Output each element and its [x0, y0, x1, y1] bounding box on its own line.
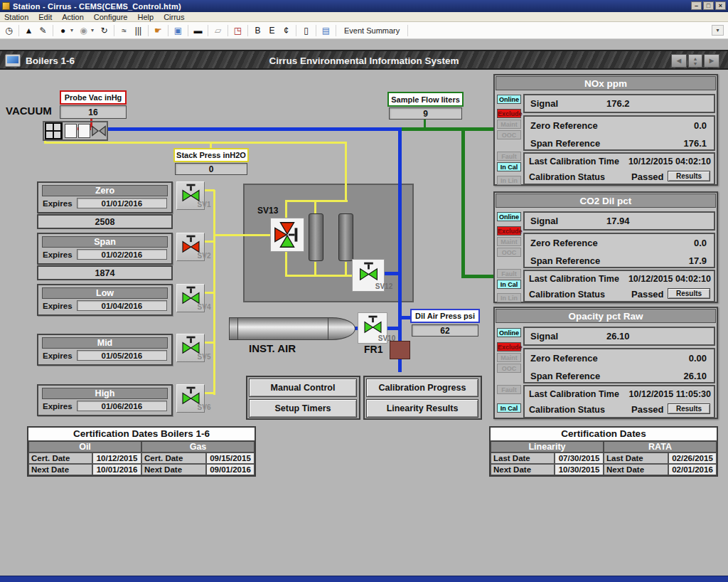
- inst-air-tank: [328, 317, 355, 340]
- nav-updown-button[interactable]: ▲▼: [688, 54, 702, 68]
- alarm-bell-icon[interactable]: ▲: [24, 25, 33, 36]
- status-ooc[interactable]: OOC: [497, 364, 521, 373]
- status-fault[interactable]: Fault: [497, 385, 521, 394]
- valve-sv1[interactable]: SV1: [176, 181, 205, 210]
- status-exclude[interactable]: Exclude: [497, 342, 521, 351]
- menu-item-action[interactable]: Action: [62, 13, 84, 21]
- expires-label: Expires: [43, 250, 73, 259]
- pipe-sv5-stub: [205, 342, 215, 344]
- status-exclude[interactable]: Exclude: [497, 109, 521, 118]
- cal-status-value: Passed: [631, 287, 664, 302]
- brackets-icon[interactable]: ▯: [301, 25, 311, 36]
- probe-vac-label: Probe Vac inHg: [60, 90, 127, 105]
- menu-item-configure[interactable]: Configure: [94, 13, 128, 21]
- zero-ref-label: Zero Reference: [530, 349, 598, 367]
- cert-col-header-gas: Gas: [141, 441, 255, 453]
- results-button[interactable]: Results: [668, 288, 710, 299]
- event-summary-button[interactable]: Event Summary: [341, 26, 402, 35]
- nav-left-button[interactable]: ◄: [671, 54, 687, 68]
- acknowledge-pen-icon[interactable]: ✎: [38, 25, 48, 36]
- valve-sv2[interactable]: SV2: [176, 233, 205, 261]
- status-fault[interactable]: Fault: [497, 152, 521, 161]
- status-incal[interactable]: In Cal: [497, 403, 521, 413]
- stop-circle-icon[interactable]: ●: [58, 25, 68, 36]
- cert-row-value: 09/15/2015: [206, 453, 255, 464]
- status-maint[interactable]: Maint: [497, 353, 521, 362]
- print-icon[interactable]: ▤: [321, 25, 331, 36]
- status-inlin[interactable]: In Lin: [497, 176, 521, 185]
- status-incal[interactable]: In Cal: [497, 280, 521, 289]
- valve-sv13[interactable]: [270, 218, 304, 252]
- valve-sv12[interactable]: SV12: [352, 259, 385, 292]
- calibration-progress-button[interactable]: Calibration Progress: [366, 379, 478, 397]
- window-icon[interactable]: ▬: [193, 25, 203, 36]
- status-maint[interactable]: Maint: [497, 237, 521, 246]
- pipe-sv2-stub: [205, 240, 215, 243]
- trend-icon[interactable]: ≈: [119, 25, 129, 36]
- cert-table-title: Certification Dates: [491, 428, 717, 441]
- menu-item-edit[interactable]: Edit: [38, 13, 52, 21]
- menu-item-station[interactable]: Station: [4, 13, 28, 21]
- pipe-vent-green-h: [402, 127, 496, 131]
- cent-icon[interactable]: ¢: [282, 25, 291, 36]
- expires-label: Expires: [43, 199, 73, 208]
- valve-sv4[interactable]: SV4: [176, 284, 205, 312]
- span-ref-label: Span Reference: [530, 367, 600, 385]
- setup-timers-button[interactable]: Setup Timers: [249, 399, 357, 418]
- status-online[interactable]: Online: [497, 212, 521, 221]
- valve-label: SV12: [368, 283, 400, 290]
- cal-gas-panel-low: Low Expires01/04/2016: [37, 284, 173, 316]
- status-ooc[interactable]: OOC: [497, 130, 521, 139]
- dropdown-caret-icon[interactable]: ▾: [90, 25, 95, 36]
- status-exclude[interactable]: Exclude: [497, 226, 521, 236]
- hand-icon[interactable]: ☛: [154, 25, 163, 36]
- minimize-button[interactable]: –: [691, 1, 702, 10]
- pipe-sv1-stub: [205, 189, 215, 191]
- nav-up-icon[interactable]: ▲: [689, 56, 702, 61]
- clipboard-icon[interactable]: ▱: [213, 25, 223, 36]
- linearity-results-button[interactable]: Linearity Results: [366, 399, 478, 418]
- zero-ref-value: 0.00: [689, 349, 707, 367]
- results-button[interactable]: Results: [668, 403, 710, 414]
- span-ref-label: Span Reference: [530, 252, 600, 270]
- restore-button[interactable]: □: [703, 1, 714, 10]
- bars-icon[interactable]: |||: [134, 25, 143, 36]
- status-fault[interactable]: Fault: [497, 269, 521, 278]
- letter-b-icon[interactable]: B: [253, 25, 262, 36]
- status-ooc[interactable]: OOC: [497, 248, 521, 257]
- power-icon[interactable]: ◷: [4, 25, 14, 36]
- status-maint[interactable]: Maint: [497, 120, 521, 129]
- nav-right-button[interactable]: ►: [704, 54, 719, 68]
- close-button[interactable]: ×: [715, 1, 726, 10]
- status-online[interactable]: Online: [497, 95, 521, 104]
- results-button[interactable]: Results: [668, 171, 710, 181]
- status-inlin[interactable]: In Lin: [497, 293, 521, 302]
- pipe-calgas-yellow-v: [345, 142, 347, 202]
- pipe-sv4-stub: [205, 292, 215, 294]
- status-incal[interactable]: In Cal: [497, 162, 521, 171]
- pipe-col1-top: [314, 201, 316, 214]
- valve-sv10[interactable]: SV10: [358, 312, 387, 344]
- cert-row-label: Next Date: [604, 464, 668, 475]
- letter-e-icon[interactable]: E: [267, 25, 277, 36]
- toolbar-overflow-button[interactable]: ▾: [712, 25, 724, 36]
- scrubber-column-icon: [309, 213, 323, 261]
- monitor-icon[interactable]: ▣: [173, 25, 183, 36]
- pump-stage-icon: [78, 124, 90, 138]
- menu-item-cirrus[interactable]: Cirrus: [164, 13, 184, 21]
- menu-item-help[interactable]: Help: [138, 13, 154, 21]
- manual-control-button[interactable]: Manual Control: [249, 379, 357, 397]
- dropdown-caret-icon[interactable]: ▾: [70, 25, 74, 36]
- status-online[interactable]: Online: [497, 328, 521, 337]
- cal-status-label: Calibration Status: [529, 287, 605, 302]
- valve-sv5[interactable]: SV5: [176, 334, 205, 362]
- pipe-manifold-bottom: [285, 275, 354, 277]
- refresh-icon[interactable]: ↻: [100, 25, 109, 36]
- pause-circle-icon[interactable]: ◉: [79, 25, 88, 36]
- inst-air-tank: [237, 317, 328, 340]
- valve-sv6[interactable]: SV6: [176, 384, 205, 413]
- nav-down-icon[interactable]: ▼: [689, 61, 702, 66]
- check-valve-icon: [91, 123, 107, 139]
- valve-label: SV6: [191, 404, 218, 411]
- picture-icon[interactable]: ◳: [233, 25, 242, 36]
